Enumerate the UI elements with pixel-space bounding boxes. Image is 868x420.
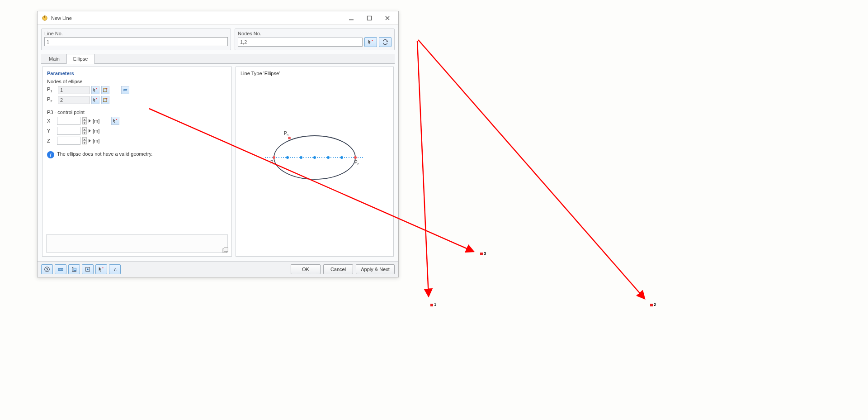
z-label: Z	[47, 138, 55, 143]
line-no-section: Line No.	[41, 29, 231, 50]
svg-marker-7	[126, 89, 127, 90]
p1-new-node-button[interactable]	[101, 86, 109, 94]
viewport-point-1	[430, 304, 433, 306]
p3-heading: P3 - control point	[47, 110, 227, 115]
svg-text:f: f	[114, 267, 116, 272]
apply-next-button[interactable]: Apply & Next	[356, 264, 395, 274]
svg-rect-2	[349, 19, 354, 20]
svg-point-21	[327, 156, 330, 159]
parameters-label: Parameters	[47, 71, 227, 76]
info-row: i The ellipse does not have a valid geom…	[47, 151, 227, 158]
x-input[interactable]	[57, 117, 80, 125]
svg-point-16	[354, 156, 357, 159]
p2-pick-button[interactable]	[91, 96, 99, 104]
y-unit: [m]	[93, 128, 99, 134]
tab-ellipse[interactable]: Ellipse	[66, 54, 94, 64]
z-spinner[interactable]: ▲▼	[82, 137, 87, 144]
ellipse-preview: P1 P2 P3	[236, 126, 393, 189]
viewport-point-2	[650, 304, 653, 306]
p2-row: P2	[47, 96, 227, 104]
line-no-input[interactable]	[44, 37, 228, 46]
y-input[interactable]	[57, 127, 80, 135]
cancel-button[interactable]: Cancel	[323, 264, 353, 274]
help-button[interactable]: ?	[41, 264, 53, 274]
tabs: Main Ellipse	[41, 54, 395, 64]
maximize-button[interactable]	[360, 12, 378, 24]
swap-nodes-button[interactable]	[121, 86, 129, 94]
p1-label: P1	[47, 86, 56, 93]
preview-panel: Line Type 'Ellipse' P1 P2	[236, 67, 394, 257]
svg-marker-4	[387, 41, 388, 42]
y-row: Y ▲▼ [m]	[47, 127, 227, 135]
comment-area[interactable]	[46, 234, 228, 253]
formula-button[interactable]: f²	[109, 264, 121, 274]
x-row: X ▲▼ [m]	[47, 117, 227, 125]
ok-button[interactable]: OK	[291, 264, 321, 274]
svg-rect-1	[44, 15, 45, 17]
nodes-no-label: Nodes No.	[238, 31, 392, 36]
line-no-label: Line No.	[44, 31, 228, 36]
y-spinner[interactable]: ▲▼	[82, 127, 87, 134]
close-button[interactable]	[378, 12, 396, 24]
svg-point-19	[300, 156, 302, 159]
nodes-of-ellipse-heading: Nodes of ellipse	[47, 79, 227, 84]
units-button[interactable]: 0.00	[55, 264, 66, 274]
parameters-panel: Parameters Nodes of ellipse P1	[42, 67, 232, 257]
pick-tool-button[interactable]	[95, 264, 107, 274]
window-title: New Line	[51, 15, 342, 21]
svg-rect-3	[368, 16, 372, 20]
svg-text:2: 2	[357, 162, 359, 166]
svg-text:1: 1	[273, 162, 275, 166]
p1-pick-button[interactable]	[91, 86, 99, 94]
z-unit: [m]	[93, 138, 99, 143]
y-menu-arrow[interactable]	[89, 129, 91, 133]
nodes-no-section: Nodes No.	[235, 29, 395, 50]
z-input[interactable]	[57, 137, 80, 145]
svg-point-17	[288, 137, 291, 139]
viewport-label-2: 2	[654, 302, 656, 307]
tab-main[interactable]: Main	[42, 54, 66, 63]
p2-input[interactable]	[58, 96, 90, 104]
x-menu-arrow[interactable]	[89, 119, 91, 123]
svg-line-40	[417, 41, 429, 296]
comment-corner-icon[interactable]	[222, 246, 230, 254]
pick-nodes-button[interactable]	[364, 37, 377, 47]
svg-text:?: ?	[46, 267, 48, 272]
viewport-label-3: 3	[484, 251, 486, 256]
svg-point-18	[286, 156, 289, 159]
app-icon	[41, 14, 48, 22]
preview-title: Line Type 'Ellipse'	[241, 71, 389, 76]
dialog-footer: ? 0.00 f² OK Cancel Apply & Next	[38, 261, 398, 277]
y-label: Y	[47, 128, 55, 134]
svg-rect-12	[224, 248, 228, 252]
info-icon: i	[47, 151, 54, 158]
new-line-dialog: New Line Line No. Nodes No.	[37, 11, 399, 277]
reverse-nodes-button[interactable]	[379, 37, 392, 47]
svg-rect-10	[104, 98, 105, 99]
viewport-point-3	[480, 253, 483, 255]
x-unit: [m]	[93, 118, 99, 124]
p2-new-node-button[interactable]	[101, 96, 109, 104]
p1-input[interactable]	[58, 86, 90, 94]
info-text: The ellipse does not have a valid geomet…	[57, 151, 152, 157]
svg-marker-8	[123, 90, 124, 91]
svg-point-15	[273, 156, 275, 159]
x-spinner[interactable]: ▲▼	[82, 117, 87, 124]
svg-point-20	[313, 156, 316, 159]
nodes-no-input[interactable]	[238, 38, 363, 47]
svg-point-22	[340, 156, 343, 159]
x-label: X	[47, 118, 55, 124]
titlebar: New Line	[38, 11, 398, 25]
p1-row: P1	[47, 86, 227, 94]
scale-button[interactable]	[68, 264, 80, 274]
minimize-button[interactable]	[342, 12, 360, 24]
svg-text:²: ²	[117, 269, 118, 272]
svg-rect-33	[74, 268, 76, 270]
svg-line-41	[418, 40, 645, 299]
grid-line-button[interactable]	[82, 264, 94, 274]
p3-pick-button[interactable]	[111, 117, 119, 125]
z-row: Z ▲▼ [m]	[47, 137, 227, 145]
z-menu-arrow[interactable]	[89, 139, 91, 143]
svg-rect-6	[104, 88, 105, 89]
svg-point-35	[87, 268, 89, 270]
